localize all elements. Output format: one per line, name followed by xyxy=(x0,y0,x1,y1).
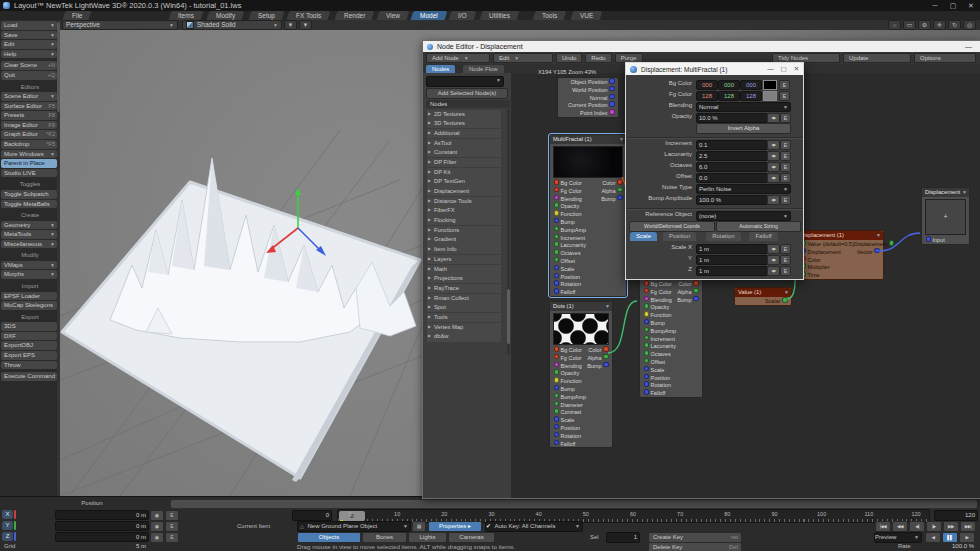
connector-dot[interactable] xyxy=(609,94,615,100)
sidebar-item-graph-editor[interactable]: Graph Editor^F2 xyxy=(1,130,57,139)
node-category-vertex-map[interactable]: Vertex Map xyxy=(427,323,501,332)
tab-modify[interactable]: Modify xyxy=(207,11,245,20)
preview-play-icon[interactable]: ▶ xyxy=(959,532,975,543)
minimize-icon[interactable]: — xyxy=(764,65,777,73)
mini-slider-button[interactable]: ◀▶ xyxy=(767,162,780,172)
tab-i-o[interactable]: I/O xyxy=(449,11,477,20)
connector-dot[interactable] xyxy=(554,393,560,399)
connector-dot[interactable] xyxy=(609,86,615,92)
sidebar-item-parent-in-place[interactable]: Parent in Place xyxy=(1,159,57,168)
connector-dot[interactable] xyxy=(617,179,623,185)
close-icon[interactable]: ✕ xyxy=(962,0,980,11)
sidebar-item-load[interactable]: Load▼ xyxy=(1,21,57,30)
dest-node[interactable]: Displacement▼+Input xyxy=(921,187,970,245)
item-list-icon[interactable]: ▦ xyxy=(412,521,426,532)
node-category-flocking[interactable]: Flocking xyxy=(427,216,501,225)
maximize-icon[interactable]: ▢ xyxy=(777,65,790,73)
envelope-button[interactable]: E xyxy=(779,80,790,90)
connector-dot[interactable] xyxy=(644,358,650,364)
edit-button[interactable]: Edit▼ xyxy=(493,53,553,63)
connector-dot[interactable] xyxy=(554,257,560,263)
connector-dot[interactable] xyxy=(554,440,560,446)
connector-dot[interactable] xyxy=(644,296,650,302)
rotate-view-icon[interactable]: ↻ xyxy=(948,20,961,30)
gear-icon[interactable]: ⚙ xyxy=(918,20,931,30)
chevron-down-icon[interactable]: ▼ xyxy=(284,20,297,30)
sidebar-item-image-editor[interactable]: Image EditorF6 xyxy=(1,121,57,130)
connector-dot[interactable] xyxy=(644,350,650,356)
envelope-button[interactable]: E xyxy=(779,91,790,101)
dots-node[interactable]: Dots (1)▼Bg ColorColorFg ColorAlphaBlend… xyxy=(549,301,613,448)
mini-slider-button[interactable]: ◀▶ xyxy=(767,266,780,276)
sidebar-item-epsf-loader[interactable]: EPSF Loader xyxy=(1,292,57,301)
connector-dot[interactable] xyxy=(554,280,560,286)
add-node-button[interactable]: Add Node▼ xyxy=(426,53,490,63)
dropdown-field[interactable]: Perlin Noise▼ xyxy=(696,184,791,194)
dialog-tab-rotation[interactable]: Rotation xyxy=(706,232,740,241)
envelope-button[interactable]: E xyxy=(780,266,791,276)
autokey-dropdown[interactable]: ✔ Auto Key: All Channels ▼ xyxy=(485,521,583,532)
connector-dot[interactable] xyxy=(609,78,615,84)
sidebar-item-presets[interactable]: PresetsF8 xyxy=(1,111,57,120)
dropdown-field[interactable]: Normal▼ xyxy=(696,102,791,112)
node-category-db-w[interactable]: db&w xyxy=(427,332,501,341)
envelope-button[interactable]: E xyxy=(780,244,791,254)
sidebar-item-quit[interactable]: Quit+Q xyxy=(1,71,57,80)
sidebar-item-studio-live[interactable]: Studio LIVE xyxy=(1,169,57,178)
chevron-down-icon[interactable]: ▼ xyxy=(299,20,312,30)
timeline-ruler[interactable]: 0 0102030405060708090100110120 xyxy=(337,509,930,523)
mini-slider-button[interactable]: ◀▶ xyxy=(767,140,780,150)
connector-dot[interactable] xyxy=(644,311,650,317)
item-type-objects-button[interactable]: Objects xyxy=(297,532,361,543)
envelope-button[interactable]: E xyxy=(780,173,791,183)
connector-dot[interactable] xyxy=(554,179,560,185)
redo-button[interactable]: Redo xyxy=(585,53,611,63)
light-icon[interactable]: ☼ xyxy=(888,20,901,30)
step-forward-icon[interactable]: |▶ xyxy=(926,521,942,532)
viewport-layout-icon[interactable]: ▭ xyxy=(903,20,916,30)
value-field[interactable]: 1 m xyxy=(696,266,768,276)
connector-dot[interactable] xyxy=(644,303,650,309)
envelope-button[interactable]: E xyxy=(780,162,791,172)
dope-track[interactable] xyxy=(170,499,978,509)
sidebar-item-3ds[interactable]: 3DS xyxy=(1,322,57,331)
delete-key-button[interactable]: Delete Key Del xyxy=(648,542,742,551)
connector-dot[interactable] xyxy=(554,432,560,438)
value-field[interactable]: 0.0 xyxy=(696,173,768,183)
sidebar-item-throw[interactable]: Throw xyxy=(1,361,57,370)
preview-back-icon[interactable]: ◀ xyxy=(925,532,941,543)
value1-node[interactable]: Value (1)▼Scalar xyxy=(734,287,792,306)
connector-dot[interactable] xyxy=(554,408,560,414)
color-component-g[interactable]: 128 xyxy=(718,91,740,101)
sidebar-item-geometry[interactable]: Geometry▼ xyxy=(1,221,57,230)
connector-dot[interactable] xyxy=(617,195,623,201)
tab-node-flow[interactable]: Node Flow xyxy=(463,65,504,73)
node-category-rman-collect[interactable]: Rman Collect xyxy=(427,294,501,303)
color-component-r[interactable]: 000 xyxy=(696,80,718,90)
current-frame-field[interactable]: 0 xyxy=(292,510,332,521)
envelope-button[interactable]: E xyxy=(165,510,179,521)
tab-file[interactable]: File xyxy=(63,11,92,20)
connector-dot[interactable] xyxy=(554,401,560,407)
node-category-3d-textures[interactable]: 3D Textures xyxy=(427,119,501,128)
connector-dot[interactable] xyxy=(644,288,650,294)
dialog-titlebar[interactable]: Displacement: MultiFractal (1) — ▢ ✕ xyxy=(626,63,803,75)
preview-pause-icon[interactable]: ▌▌ xyxy=(942,532,958,543)
color-swatch[interactable] xyxy=(763,91,777,101)
properties-button[interactable]: Properties ▸ xyxy=(428,521,482,532)
connector-dot[interactable] xyxy=(644,389,650,395)
node-category-additional[interactable]: Additional xyxy=(427,129,501,138)
mini-slider-button[interactable]: ◀▶ xyxy=(767,173,780,183)
connector-dot[interactable] xyxy=(554,377,560,383)
connector-dot[interactable] xyxy=(603,354,609,360)
sidebar-item-save[interactable]: Save▼ xyxy=(1,31,57,40)
sidebar-item-more-windows[interactable]: More Windows▼ xyxy=(1,150,57,159)
connector-dot[interactable] xyxy=(554,346,560,352)
node-category-math[interactable]: Math xyxy=(427,265,501,274)
node-category-dp-filter[interactable]: DP Filter xyxy=(427,158,501,167)
eye-icon[interactable]: ◉ xyxy=(150,521,164,532)
minimize-icon[interactable]: — xyxy=(965,43,972,50)
sidebar-item-metatools[interactable]: MetaTools▼ xyxy=(1,230,57,239)
connector-dot[interactable] xyxy=(889,240,895,246)
connector-dot[interactable] xyxy=(554,202,560,208)
